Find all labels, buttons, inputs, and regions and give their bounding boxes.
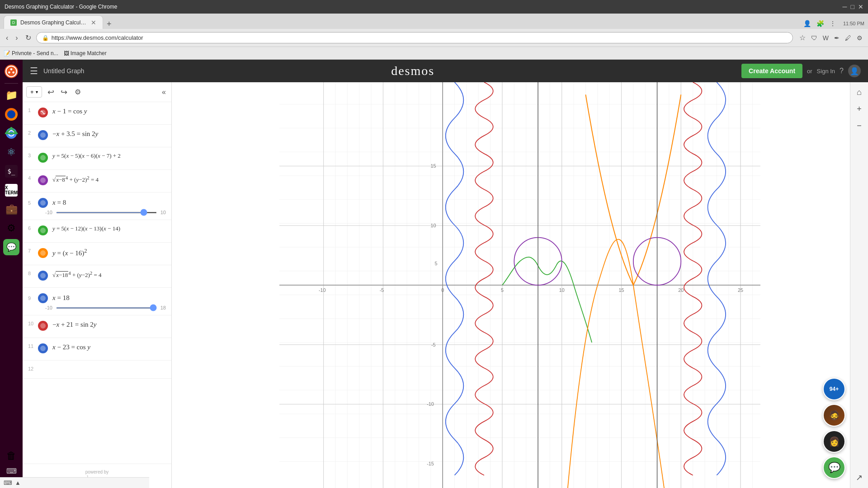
notif-bubble-2[interactable]: 🧔 [823,404,845,427]
bookmark-imagematcher[interactable]: 🖼 Image Matcher [64,50,107,56]
help-button[interactable]: ? [840,67,844,75]
redo-button[interactable]: ↪ [58,86,70,98]
notif-bubble-1[interactable]: 94+ [823,378,845,400]
expr-formula-11: x − 23 = cos y [52,343,166,352]
chrome-extensions-icon[interactable]: 🧩 [815,18,826,29]
expression-item-9[interactable]: 9 x = 18 ✕ -10 [23,288,171,315]
svg-text:10: 10 [559,287,565,293]
svg-text:-5: -5 [431,342,436,347]
ubuntu-xterm-icon[interactable]: XTERM [3,182,19,198]
graph-zoom-in-button[interactable]: + [855,103,863,116]
slider-min-5: -10 [45,210,52,215]
expression-item-11[interactable]: 11 x − 23 = cos y ✕ [23,338,171,361]
ubuntu-atom-icon[interactable]: ⚛ [3,144,19,160]
extension-4-icon[interactable]: 🖊 [843,32,853,44]
add-expression-button[interactable]: + ▾ [26,86,42,98]
browser-titlebar: Desmos Graphing Calculator - Google Chro… [0,0,868,14]
ubuntu-files-icon[interactable]: 📁 [3,87,19,103]
ubuntu-briefcase-icon[interactable]: 💼 [3,201,19,217]
ubuntu-trash-icon[interactable]: 🗑 [3,448,19,464]
tab-favicon: D [10,19,17,26]
back-button[interactable]: ‹ [4,33,10,43]
extension-1-icon[interactable]: 🛡 [809,32,819,44]
svg-text:5: 5 [501,287,504,293]
plus-icon: + [30,89,34,95]
create-account-button[interactable]: Create Account [741,64,802,78]
chrome-menu-icon[interactable]: ⋮ [828,18,838,29]
desmos-body: + ▾ ↩ ↪ ⚙ « 1 [23,82,868,488]
notif-bubble-4[interactable]: 💬 [823,456,845,479]
svg-point-1 [10,68,13,70]
close-btn[interactable]: ✕ [858,3,863,10]
expression-item-7[interactable]: 7 y = (x − 16)2 ✕ [23,243,171,265]
new-tab-button[interactable]: + [103,19,115,29]
bookmark-star-icon[interactable]: ☆ [797,32,807,44]
user-icon-button[interactable]: 👤 [848,65,861,77]
graph-zoom-out-button[interactable]: − [855,119,863,132]
bookmark-privnote[interactable]: 📝 Privnote - Send n... [4,50,58,56]
browser-toolbar: ‹ › ↻ 🔒 https://www.desmos.com/calculato… [0,29,868,47]
tab-close-btn[interactable]: ✕ [91,19,96,26]
ubuntu-firefox-icon[interactable] [3,106,19,122]
expression-item-8[interactable]: 8 √x−184 + (y−2)2 = 4 ✕ [23,265,171,288]
graph-home-button[interactable]: ⌂ [855,86,863,99]
expr-formula-1: x − 1 = cos y [52,107,166,116]
graph-share-button[interactable]: ↗ [854,471,864,484]
address-bar[interactable]: 🔒 https://www.desmos.com/calculator [36,32,793,43]
notif-bubble-3[interactable]: 👩 [823,430,845,453]
slider-input-5[interactable] [56,212,157,213]
desmos-logo: desmos [90,64,736,78]
notif-wrapper-4: 💬 [823,456,845,479]
privnote-icon: 📝 [4,50,10,56]
minimize-btn[interactable]: ─ [843,3,847,10]
notif-wrapper-3: 👩 [823,430,845,453]
svg-text:-15: -15 [427,461,434,466]
expression-item-10[interactable]: 10 −x + 21 = sin 2y ✕ [23,315,171,338]
svg-text:15: 15 [431,163,436,169]
expression-item-6[interactable]: 6 y = 5(x − 12)(x − 13)(x − 14) ✕ [23,220,171,243]
system-time: 11:50 PM [843,21,864,26]
expression-item-5[interactable]: 5 x = 8 ✕ -10 [23,192,171,220]
expr-formula-3: y = 5(x − 5)(x − 6)(x − 7) + 2 [52,152,166,160]
extension-2-icon[interactable]: W [821,32,830,44]
expression-item-3[interactable]: 3 y = 5(x − 5)(x − 6)(x − 7) + 2 ✕ [23,147,171,170]
graph-svg: -10 -5 0 5 10 15 20 25 15 10 5 -5 -10 [172,82,868,488]
ubuntu-terminal-icon[interactable]: $_ [3,163,19,179]
ubuntu-chrome-icon[interactable] [3,125,19,141]
undo-button[interactable]: ↩ [45,86,57,98]
expression-toolbar: + ▾ ↩ ↪ ⚙ « [23,82,171,102]
settings-button[interactable]: ⚙ [73,86,83,98]
expression-item-1[interactable]: 1 x − 1 = cos y ✕ [23,102,171,125]
ubuntu-chat-icon[interactable]: 💬 [3,239,19,255]
ubuntu-settings-icon[interactable]: ⚙ [3,220,19,236]
extension-5-icon[interactable]: ⚙ [855,32,864,44]
expr-slider-9: -10 18 [28,305,166,310]
expr-color-icon-5 [38,198,48,208]
expr-formula-4: √x−84 + (y−2)2 = 4 [52,174,166,184]
desmos-app: ☰ Untitled Graph desmos Create Account o… [23,60,868,488]
expression-item-4[interactable]: 4 √x−84 + (y−2)2 = 4 ✕ [23,170,171,192]
graph-area[interactable]: -10 -5 0 5 10 15 20 25 15 10 5 -5 -10 [172,82,868,488]
maximize-btn[interactable]: □ [851,3,854,10]
imagematcher-icon: 🖼 [64,50,69,56]
collapse-panel-button[interactable]: « [160,86,168,98]
forward-button[interactable]: › [13,33,20,43]
active-tab[interactable]: D Desmos Graphing Calculator ✕ [4,15,103,29]
expr-formula-8: √x−184 + (y−2)2 = 4 [52,270,166,280]
expression-item-12[interactable]: 12 [23,361,171,379]
expression-item-2[interactable]: 2 −x + 3.5 = sin 2y ✕ [23,125,171,147]
chrome-tabs-bar: D Desmos Graphing Calculator ✕ + 👤 🧩 ⋮ 1… [0,14,868,29]
keyboard-icon[interactable]: ⌨ [6,467,17,475]
extension-3-icon[interactable]: ✒ [832,32,841,44]
header-right: Create Account or Sign In ? 👤 [741,64,861,78]
app-container: 📁 ⚛ $_ XTERM [0,60,868,488]
sign-in-link[interactable]: Sign In [817,68,835,75]
chrome-profile-icon[interactable]: 👤 [802,18,813,29]
hamburger-menu-icon[interactable]: ☰ [30,66,38,76]
reload-button[interactable]: ↻ [23,33,33,43]
expr-num-2: 2 [28,130,35,136]
ubuntu-home-icon[interactable] [3,63,19,80]
expr-formula-2: −x + 3.5 = sin 2y [52,129,166,139]
ubuntu-divider-1 [5,83,18,84]
slider-input-9[interactable] [56,307,157,309]
